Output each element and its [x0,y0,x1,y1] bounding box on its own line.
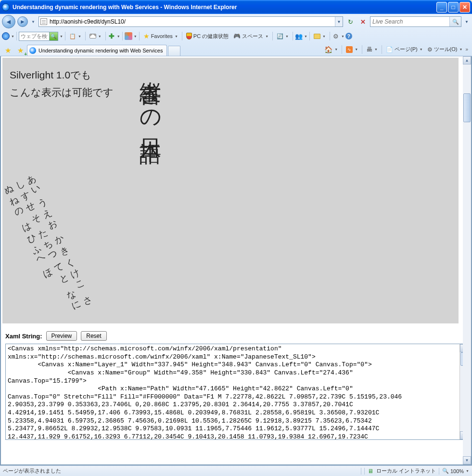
xaml-textarea[interactable]: <Canvas xmlns="http://schemas.microsoft.… [5,344,468,440]
settings-dropdown[interactable]: ▼ [341,35,344,38]
page-scroll-thumb[interactable] [463,93,471,122]
horizontal-text: Silverlight 1.0でも こんな表示は可能です [10,66,114,101]
zoom-icon: 🔍 [442,468,449,474]
page-icon [39,17,49,26]
nav-toolbar: ◄ ► ▼ ▼ ↻ ✕ 🔍 ▼ [0,14,472,29]
window-title: Understanding dynamic rendering with Web… [13,4,436,11]
favorites-button[interactable]: ★ Favorites ▼ [141,31,180,41]
reset-button[interactable]: Reset [81,331,106,341]
refresh-button[interactable]: ↻ [345,16,356,27]
search-provider-dropdown[interactable]: ▼ [463,20,470,24]
page-menu-label: ページ(P) [395,46,418,53]
msn-dropdown[interactable]: ▼ [11,35,14,38]
settings-icon[interactable]: ⚙ [332,32,340,40]
xaml-controls: Xaml String: Preview Reset [2,323,471,344]
command-bar: 🏠▼ ∿▼ 🖶▼ 📄 ページ(P) ▼ ⚙ ツール(O) ▼ » [323,43,470,56]
home-button[interactable]: 🏠▼ [323,45,339,54]
search-box: 🔍 [370,16,461,27]
zoom-value: 100% [450,468,464,474]
stop-button[interactable]: ✕ [357,16,368,27]
mail-icon[interactable]: ▼ [88,33,103,39]
web-search-input[interactable] [19,33,49,39]
space-icon: 🎮 [233,33,241,39]
search-input[interactable] [370,17,449,26]
horizontal-text-line2: こんな表示は可能です [10,84,114,101]
rotated-text: あいうえお かきくけこ さしすせそ たちつてと なにぬねの はひふへほ [1,167,99,324]
people-icon[interactable]: 👥 [295,33,303,40]
content-frame: Silverlight 1.0でも こんな表示は可能です 縦書きの日本語 あいう… [0,56,472,465]
add-icon[interactable]: ✚ [108,32,115,40]
address-dropdown[interactable]: ▼ [335,17,343,26]
msn-icon[interactable] [2,32,10,40]
pc-health-label: PC の健康状態 [193,33,229,40]
zone-icon: 🖥 [368,468,373,475]
people-dropdown[interactable]: ▼ [304,35,307,38]
vertical-text: 縦書きの日本語 [136,65,165,128]
page-body: Silverlight 1.0でも こんな表示は可能です 縦書きの日本語 あいう… [1,56,471,464]
rss-button[interactable]: ∿▼ [344,45,359,54]
forward-button[interactable]: ► [17,16,28,27]
sync-icon[interactable]: 🔄▼ [275,32,291,40]
favorites-label: Favorites [151,33,173,39]
tools-menu[interactable]: ⚙ ツール(O) ▼ [426,45,464,54]
ie-icon [2,3,10,11]
page-scroll-down[interactable]: ▼ [463,456,471,464]
new-tab-button[interactable] [168,46,180,56]
xaml-label: Xaml String: [5,333,42,340]
msn-butterfly-icon[interactable] [125,32,132,40]
preview-button[interactable]: Preview [46,331,77,341]
minimize-button[interactable]: _ [436,2,447,13]
close-button[interactable]: ✕ [459,2,470,13]
links-toolbar: ▼ 🔍 ▼ 📋▼ ▼ ✚ ▼ ▼ ★ Favorites ▼ PC の健康状態 … [0,29,472,43]
silverlight-canvas: Silverlight 1.0でも こんな表示は可能です 縦書きの日本語 あいう… [2,58,459,323]
folder-icon[interactable]: ▼ [312,33,328,40]
zoom-control[interactable]: 🔍 100% ▼ [442,468,469,474]
tab-title: Understanding dynamic rendering with Web… [38,48,163,53]
tab-bar: ★ ★ Understanding dynamic rendering with… [0,43,472,56]
add-favorite-button[interactable]: ★ [14,45,26,56]
status-text: ページが表示されました [3,467,61,475]
msn-butterfly-dropdown[interactable]: ▼ [134,35,137,38]
active-tab[interactable]: Understanding dynamic rendering with Web… [27,45,167,56]
web-search-dropdown[interactable]: ▼ [60,35,63,38]
search-go-button[interactable]: 🔍 [449,17,461,26]
print-button[interactable]: 🖶▼ [365,45,379,54]
window-titlebar: Understanding dynamic rendering with Web… [0,0,472,14]
back-button[interactable]: ◄ [2,15,15,28]
help-icon[interactable]: ? [345,33,352,39]
shield-icon [186,33,192,39]
security-zone: ローカル イントラネット [376,467,436,475]
address-bar: ▼ [38,16,343,27]
page-vscrollbar[interactable]: ▲ ▼ [463,56,471,464]
web-search-go[interactable]: 🔍 [49,32,58,40]
overflow-chevron[interactable]: » [465,47,468,52]
recent-dropdown[interactable]: ▼ [30,17,37,26]
status-bar: ページが表示されました 🖥 ローカル イントラネット 🔍 100% ▼ [0,465,472,476]
xaml-content[interactable]: <Canvas xmlns="http://schemas.microsoft.… [6,344,459,439]
space-button[interactable]: 🎮 スペース ▼ [231,32,270,41]
tools-menu-label: ツール(O) [434,46,458,53]
page-scroll-up[interactable]: ▲ [463,56,471,64]
web-search-box: 🔍 [19,32,58,41]
address-input[interactable] [49,17,335,26]
pc-health-button[interactable]: PC の健康状態 [184,32,230,41]
form-icon[interactable]: 📋▼ [67,32,83,40]
page-menu[interactable]: 📄 ページ(P) ▼ [384,45,424,54]
add-dropdown[interactable]: ▼ [117,35,120,38]
favorites-center-button[interactable]: ★ [2,45,13,56]
tab-ie-icon [29,47,36,54]
horizontal-text-line1: Silverlight 1.0でも [10,66,114,84]
page-scroll-track[interactable] [463,64,471,456]
maximize-button[interactable]: □ [448,2,459,13]
space-label: スペース [242,33,263,40]
